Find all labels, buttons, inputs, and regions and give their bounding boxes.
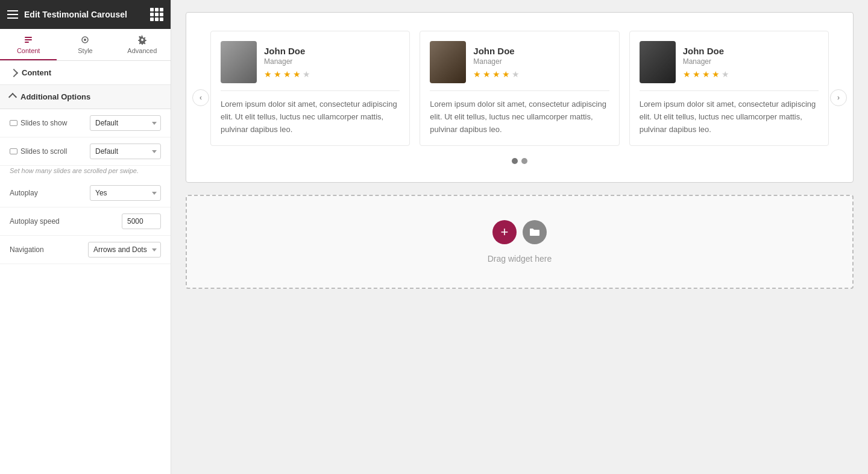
card-text: Lorem ipsum dolor sit amet, consectetur …: [640, 98, 819, 136]
carousel-dots: [210, 158, 829, 164]
slides-to-show-select[interactable]: Default 1 2 3: [90, 115, 161, 131]
dot-1[interactable]: [512, 158, 518, 164]
slides-to-scroll-row: Slides to scroll Default 1 2: [0, 137, 171, 166]
tab-content[interactable]: Content: [0, 29, 57, 60]
slides-scroll-hint: Set how many slides are scrolled per swi…: [0, 166, 171, 179]
star-4: ★: [293, 69, 301, 79]
drop-zone-text: Drag widget here: [488, 254, 552, 264]
browse-widget-button[interactable]: [523, 220, 547, 244]
reviewer-name: John Doe: [683, 46, 729, 56]
tab-advanced[interactable]: Advanced: [114, 29, 171, 60]
star-rating: ★ ★ ★ ★ ★: [683, 69, 729, 79]
monitor-icon-2: [10, 148, 17, 154]
autoplay-select[interactable]: Yes No: [90, 185, 161, 201]
avatar-image: [640, 41, 676, 83]
star-5: ★: [512, 69, 520, 79]
content-section[interactable]: Content: [0, 61, 171, 85]
svg-rect-1: [25, 39, 32, 40]
star-3: ★: [702, 69, 710, 79]
autoplay-row: Autoplay Yes No: [0, 179, 171, 207]
star-4: ★: [502, 69, 510, 79]
avatar: [221, 41, 257, 83]
svg-rect-2: [25, 42, 29, 43]
star-2: ★: [483, 69, 491, 79]
carousel-widget: ‹ John Doe Manager ★ ★ ★ ★: [186, 12, 854, 183]
navigation-label: Navigation: [10, 245, 44, 254]
apps-icon[interactable]: [150, 8, 163, 21]
card-header: John Doe Manager ★ ★ ★ ★ ★: [430, 41, 609, 83]
reviewer-role: Manager: [264, 57, 310, 66]
star-1: ★: [683, 69, 691, 79]
avatar: [640, 41, 676, 83]
card-divider: [221, 90, 400, 91]
avatar: [430, 41, 466, 83]
additional-options-header[interactable]: Additional Options: [0, 85, 171, 109]
carousel-cards: John Doe Manager ★ ★ ★ ★ ★ Lorem ipsum d…: [210, 31, 829, 146]
sidebar-header: Edit Testimonial Carousel: [0, 0, 171, 29]
navigation-select[interactable]: Arrows and Dots Arrows Dots None: [88, 242, 161, 258]
drop-zone[interactable]: + Drag widget here: [186, 195, 854, 289]
card-divider: [640, 90, 819, 91]
star-5: ★: [303, 69, 310, 79]
hamburger-icon[interactable]: [7, 10, 18, 19]
avatar-image: [430, 41, 466, 83]
star-4: ★: [712, 69, 720, 79]
autoplay-speed-row: Autoplay speed: [0, 207, 171, 236]
star-2: ★: [274, 69, 281, 79]
monitor-icon: [10, 120, 17, 126]
card-text: Lorem ipsum dolor sit amet, consectetur …: [430, 98, 609, 136]
slides-to-show-row: Slides to show Default 1 2 3: [0, 109, 171, 137]
carousel-next-arrow[interactable]: ›: [830, 89, 847, 106]
autoplay-speed-label: Autoplay speed: [10, 217, 60, 226]
reviewer-role: Manager: [473, 57, 520, 66]
reviewer-role: Manager: [683, 57, 729, 66]
sidebar-title: Edit Testimonial Carousel: [24, 10, 144, 19]
sidebar: Edit Testimonial Carousel Content Style …: [0, 0, 171, 474]
navigation-row: Navigation Arrows and Dots Arrows Dots N…: [0, 236, 171, 264]
svg-rect-0: [25, 37, 32, 38]
avatar-image: [221, 41, 257, 83]
carousel-card: John Doe Manager ★ ★ ★ ★ ★ Lorem ipsum d…: [420, 31, 619, 146]
slides-to-show-label: Slides to show: [10, 119, 67, 127]
content-arrow-icon: [10, 68, 18, 77]
svg-point-4: [84, 39, 86, 41]
tab-style[interactable]: Style: [57, 29, 113, 60]
carousel-card: John Doe Manager ★ ★ ★ ★ ★ Lorem ipsum d…: [629, 31, 829, 146]
add-widget-button[interactable]: +: [492, 220, 517, 244]
dot-2[interactable]: [521, 158, 527, 164]
slides-to-scroll-select[interactable]: Default 1 2: [90, 144, 161, 159]
main-content: ‹ John Doe Manager ★ ★ ★ ★: [171, 0, 868, 474]
card-text: Lorem ipsum dolor sit amet, consectetur …: [221, 98, 400, 136]
star-3: ★: [492, 69, 500, 79]
card-divider: [430, 90, 609, 91]
star-3: ★: [283, 69, 291, 79]
collapse-icon: [8, 92, 17, 101]
card-info: John Doe Manager ★ ★ ★ ★ ★: [473, 46, 520, 79]
carousel-card: John Doe Manager ★ ★ ★ ★ ★ Lorem ipsum d…: [210, 31, 410, 146]
card-info: John Doe Manager ★ ★ ★ ★ ★: [683, 46, 729, 79]
carousel-prev-arrow[interactable]: ‹: [192, 89, 209, 106]
star-1: ★: [264, 69, 272, 79]
card-info: John Doe Manager ★ ★ ★ ★ ★: [264, 46, 310, 79]
star-1: ★: [473, 69, 481, 79]
drop-zone-buttons: +: [492, 220, 547, 244]
editor-tabs: Content Style Advanced: [0, 29, 171, 61]
star-5: ★: [722, 69, 729, 79]
card-header: John Doe Manager ★ ★ ★ ★ ★: [640, 41, 819, 83]
reviewer-name: John Doe: [264, 46, 310, 56]
star-rating: ★ ★ ★ ★ ★: [264, 69, 310, 79]
card-header: John Doe Manager ★ ★ ★ ★ ★: [221, 41, 400, 83]
reviewer-name: John Doe: [473, 46, 520, 56]
slides-to-scroll-label: Slides to scroll: [10, 147, 67, 156]
autoplay-speed-input[interactable]: [122, 213, 161, 229]
star-rating: ★ ★ ★ ★ ★: [473, 69, 520, 79]
star-2: ★: [693, 69, 700, 79]
autoplay-label: Autoplay: [10, 189, 38, 197]
